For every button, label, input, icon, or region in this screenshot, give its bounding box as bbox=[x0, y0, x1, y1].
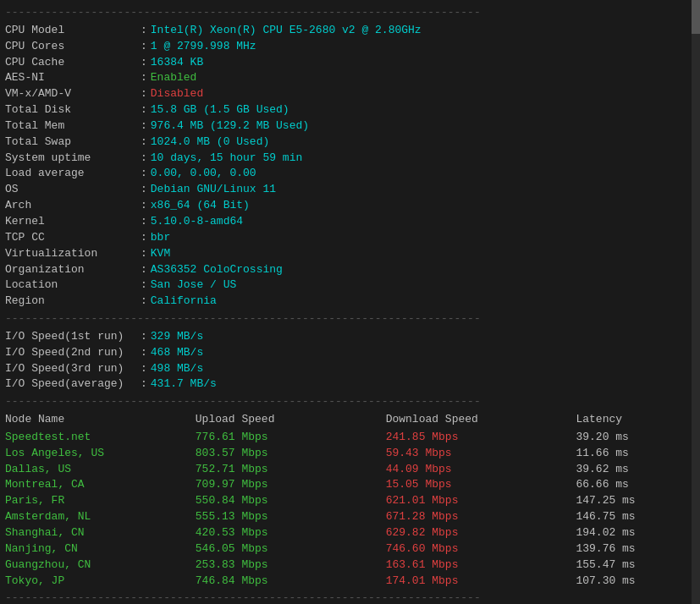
io-avg-label: I/O Speed(average) bbox=[5, 376, 141, 393]
org-value: AS36352 ColoCrossing bbox=[151, 262, 283, 278]
network-download-speed: 44.09 Mbps bbox=[386, 462, 576, 478]
total-swap-label: Total Swap bbox=[5, 135, 141, 151]
uptime-label: System uptime bbox=[5, 151, 141, 167]
network-upload-speed: 803.57 Mbps bbox=[196, 446, 386, 462]
network-download-speed: 15.05 Mbps bbox=[386, 477, 576, 493]
load-avg-label: Load average bbox=[5, 166, 141, 182]
network-latency: 146.75 ms bbox=[576, 509, 695, 525]
col-header-latency: Latency bbox=[576, 412, 695, 430]
network-node-name: Montreal, CA bbox=[5, 477, 196, 493]
network-section: Node Name Upload Speed Download Speed La… bbox=[5, 412, 695, 589]
io-run1-value: 329 MB/s bbox=[151, 329, 203, 345]
io-run2-label: I/O Speed(2nd run) bbox=[5, 345, 141, 361]
network-node-name: Tokyo, JP bbox=[5, 574, 196, 590]
divider-io-top: ----------------------------------------… bbox=[5, 311, 695, 327]
network-node-name: Los Angeles, US bbox=[5, 446, 196, 462]
cpu-cores-label: CPU Cores bbox=[5, 39, 141, 55]
location-label: Location bbox=[5, 277, 141, 294]
network-latency: 139.76 ms bbox=[576, 541, 695, 557]
network-row: Shanghai, CN420.53 Mbps629.82 Mbps194.02… bbox=[5, 525, 695, 541]
network-row: Montreal, CA709.97 Mbps15.05 Mbps66.66 m… bbox=[5, 477, 695, 493]
vm-amd-row: VM-x/AMD-V : Disabled bbox=[5, 86, 695, 102]
kernel-value: 5.10.0-8-amd64 bbox=[151, 214, 243, 230]
region-row: Region : California bbox=[5, 294, 695, 310]
network-upload-speed: 550.84 Mbps bbox=[196, 493, 386, 509]
network-upload-speed: 709.97 Mbps bbox=[196, 477, 386, 493]
cpu-cache-row: CPU Cache : 16384 KB bbox=[5, 55, 695, 71]
org-label: Organization bbox=[5, 262, 141, 278]
tcp-cc-row: TCP CC : bbr bbox=[5, 230, 695, 246]
divider-net-top: ----------------------------------------… bbox=[5, 394, 695, 410]
io-run3-label: I/O Speed(3rd run) bbox=[5, 361, 141, 377]
cpu-model-value: Intel(R) Xeon(R) CPU E5-2680 v2 @ 2.80GH… bbox=[151, 23, 422, 39]
network-latency: 66.66 ms bbox=[576, 477, 695, 493]
io-section: I/O Speed(1st run) : 329 MB/s I/O Speed(… bbox=[5, 329, 695, 393]
cpu-cores-value: 1 @ 2799.998 MHz bbox=[151, 39, 256, 55]
network-latency: 11.66 ms bbox=[576, 446, 695, 462]
network-node-name: Dallas, US bbox=[5, 462, 196, 478]
aes-ni-label: AES-NI bbox=[5, 70, 141, 86]
total-mem-value: 976.4 MB (129.2 MB Used) bbox=[151, 118, 309, 135]
divider-bottom: ----------------------------------------… bbox=[5, 590, 695, 604]
io-avg-value: 431.7 MB/s bbox=[151, 376, 217, 393]
network-download-speed: 671.28 Mbps bbox=[386, 509, 576, 525]
arch-value: x86_64 (64 Bit) bbox=[151, 198, 250, 214]
tcp-cc-label: TCP CC bbox=[5, 230, 141, 246]
virt-row: Virtualization : KVM bbox=[5, 246, 695, 262]
uptime-value: 10 days, 15 hour 59 min bbox=[151, 151, 302, 167]
total-mem-row: Total Mem : 976.4 MB (129.2 MB Used) bbox=[5, 118, 695, 135]
os-value: Debian GNU/Linux 11 bbox=[151, 182, 276, 198]
io-run1-label: I/O Speed(1st run) bbox=[5, 329, 141, 345]
network-node-name: Shanghai, CN bbox=[5, 525, 196, 541]
region-value: California bbox=[151, 294, 217, 310]
io-run1-row: I/O Speed(1st run) : 329 MB/s bbox=[5, 329, 695, 345]
network-latency: 39.62 ms bbox=[576, 462, 695, 478]
network-latency: 194.02 ms bbox=[576, 525, 695, 541]
load-avg-value: 0.00, 0.00, 0.00 bbox=[151, 166, 256, 182]
scrollbar-thumb[interactable] bbox=[692, 0, 700, 34]
network-row: Dallas, US752.71 Mbps44.09 Mbps39.62 ms bbox=[5, 462, 695, 478]
cpu-model-label: CPU Model bbox=[5, 23, 141, 39]
arch-row: Arch : x86_64 (64 Bit) bbox=[5, 198, 695, 214]
load-avg-row: Load average : 0.00, 0.00, 0.00 bbox=[5, 166, 695, 182]
cpu-cache-label: CPU Cache bbox=[5, 55, 141, 71]
tcp-cc-value: bbr bbox=[151, 230, 170, 246]
network-download-speed: 241.85 Mbps bbox=[386, 430, 576, 446]
network-row: Tokyo, JP746.84 Mbps174.01 Mbps107.30 ms bbox=[5, 574, 695, 590]
col-header-download: Download Speed bbox=[386, 412, 576, 430]
network-download-speed: 629.82 Mbps bbox=[386, 525, 576, 541]
col-header-upload: Upload Speed bbox=[196, 412, 386, 430]
network-header-row: Node Name Upload Speed Download Speed La… bbox=[5, 412, 695, 430]
network-upload-speed: 546.05 Mbps bbox=[196, 541, 386, 557]
io-run3-row: I/O Speed(3rd run) : 498 MB/s bbox=[5, 361, 695, 377]
network-latency: 147.25 ms bbox=[576, 493, 695, 509]
total-disk-label: Total Disk bbox=[5, 102, 141, 118]
network-node-name: Speedtest.net bbox=[5, 430, 196, 446]
network-latency: 107.30 ms bbox=[576, 574, 695, 590]
io-run2-row: I/O Speed(2nd run) : 468 MB/s bbox=[5, 345, 695, 361]
network-latency: 39.20 ms bbox=[576, 430, 695, 446]
aes-ni-row: AES-NI : Enabled bbox=[5, 70, 695, 86]
network-download-speed: 621.01 Mbps bbox=[386, 493, 576, 509]
network-latency: 155.47 ms bbox=[576, 557, 695, 574]
kernel-row: Kernel : 5.10.0-8-amd64 bbox=[5, 214, 695, 230]
os-label: OS bbox=[5, 182, 141, 198]
network-row: Amsterdam, NL555.13 Mbps671.28 Mbps146.7… bbox=[5, 509, 695, 525]
network-table: Node Name Upload Speed Download Speed La… bbox=[5, 412, 695, 589]
network-upload-speed: 752.71 Mbps bbox=[196, 462, 386, 478]
col-header-node: Node Name bbox=[5, 412, 196, 430]
network-download-speed: 746.60 Mbps bbox=[386, 541, 576, 557]
network-node-name: Amsterdam, NL bbox=[5, 509, 196, 525]
vm-amd-value: Disabled bbox=[151, 86, 203, 102]
network-row: Guangzhou, CN253.83 Mbps163.61 Mbps155.4… bbox=[5, 557, 695, 574]
network-row: Paris, FR550.84 Mbps621.01 Mbps147.25 ms bbox=[5, 493, 695, 509]
vm-amd-label: VM-x/AMD-V bbox=[5, 86, 141, 102]
sysinfo-section: CPU Model : Intel(R) Xeon(R) CPU E5-2680… bbox=[5, 23, 695, 310]
network-row: Los Angeles, US803.57 Mbps59.43 Mbps11.6… bbox=[5, 446, 695, 462]
cpu-cache-value: 16384 KB bbox=[151, 55, 203, 71]
arch-label: Arch bbox=[5, 198, 141, 214]
scrollbar[interactable] bbox=[692, 0, 700, 604]
virt-value: KVM bbox=[151, 246, 170, 262]
network-upload-speed: 776.61 Mbps bbox=[196, 430, 386, 446]
region-label: Region bbox=[5, 294, 141, 310]
